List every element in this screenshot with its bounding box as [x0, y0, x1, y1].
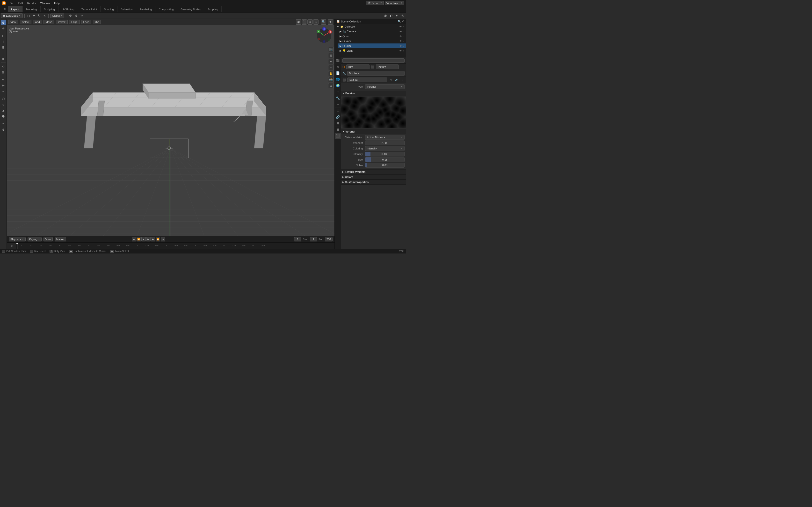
timeline-mode-btn[interactable]: ⊟ [9, 243, 14, 248]
workspace-tab-scripting[interactable]: Scripting [204, 6, 221, 12]
render-region-btn[interactable]: ⊟ [328, 83, 334, 89]
texture-type-name-field[interactable]: Texture [347, 77, 387, 82]
object-name-field[interactable]: kum [346, 64, 369, 69]
camera-select-icon[interactable]: ○ [403, 30, 404, 33]
viewport-shading-1[interactable]: ◑ [383, 13, 388, 18]
distance-metric-selector[interactable]: Actual Distance ▼ [365, 135, 405, 140]
colors-section-title[interactable]: ▶ Colors [341, 175, 406, 179]
collection-visibility-icon[interactable]: 👁 [400, 25, 402, 28]
viewport-view-btn[interactable]: View [8, 20, 18, 24]
menu-file[interactable]: File [8, 1, 16, 5]
outliner-sync-icon[interactable]: ⟲ [402, 20, 404, 23]
light-select-icon[interactable]: ○ [403, 50, 404, 52]
viewport-vertex-btn[interactable]: Vertex [56, 20, 68, 24]
props-scene-btn[interactable]: 🌐 [335, 76, 341, 82]
size-field[interactable]: 0.15 [365, 157, 405, 162]
playhead[interactable] [17, 243, 17, 249]
viewport-add-btn[interactable]: Add [33, 20, 42, 24]
props-view-layer-btn[interactable]: 📄 [335, 70, 341, 76]
props-data-btn[interactable]: ⬢ [335, 120, 341, 126]
mode-selector[interactable]: ◼ Edit Mode ▼ [1, 13, 23, 18]
props-object-btn[interactable]: ◻ [335, 89, 341, 95]
start-frame-display[interactable]: 1 [310, 237, 317, 241]
zoom-out-btn[interactable]: − [328, 65, 334, 70]
ev-select-icon[interactable]: ○ [403, 35, 404, 38]
viewport-mesh-btn[interactable]: Mesh [44, 20, 54, 24]
hand-pan-btn[interactable]: ✋ [328, 71, 334, 76]
collection-select-icon[interactable]: ○ [403, 25, 404, 28]
next-keyframe-btn[interactable]: ▶ [151, 237, 155, 241]
move-tool-btn[interactable]: ✛ [32, 13, 36, 18]
workspace-tab-geometry-nodes[interactable]: Geometry Nodes [177, 6, 204, 12]
props-modifier-btn[interactable]: 🔧 [335, 95, 341, 101]
slide-btn[interactable]: ⬢ [1, 113, 6, 119]
viewport-uv-btn[interactable]: UV [93, 20, 101, 24]
intensity-field[interactable]: 0.130 [365, 152, 405, 157]
kapi-visibility-icon[interactable]: 👁 [400, 40, 402, 43]
voronoi-section-title[interactable]: ▼ Voronoi [341, 129, 406, 134]
viewport-shading-rendered[interactable]: ◎ [313, 19, 318, 24]
zoom-in-btn[interactable]: + [328, 59, 334, 64]
inset-btn[interactable]: I [1, 39, 6, 44]
playback-dropdown[interactable]: Playback ▼ [9, 237, 26, 241]
shear-btn[interactable]: ⬡ [1, 96, 6, 101]
keying-dropdown[interactable]: Keying ▼ [28, 237, 42, 241]
menu-edit[interactable]: Edit [16, 1, 25, 5]
preview-section-title[interactable]: ▼ Preview [341, 91, 406, 96]
kapi-select-icon[interactable]: ○ [403, 40, 404, 43]
search-viewport-btn[interactable]: 🔍 [321, 19, 326, 24]
outliner-row-camera[interactable]: ▶ 📷 Camera 👁 ○ [338, 29, 406, 34]
scale-tool-btn[interactable]: ⤡ [42, 13, 47, 18]
transform-orientation[interactable]: Global ▼ [50, 13, 64, 18]
viewport-edge-btn[interactable]: Edge [69, 20, 80, 24]
menu-help[interactable]: Help [52, 1, 62, 5]
polypen-btn[interactable]: ◇ [1, 64, 6, 69]
kum-visibility-icon[interactable]: 👁 [400, 45, 402, 47]
texture-unlink-btn[interactable]: ✕ [400, 65, 405, 69]
outliner-row-light[interactable]: ▶ 💡 Light 👁 ○ [338, 48, 406, 53]
bevel-btn[interactable]: B [1, 45, 6, 50]
outliner-filter-icon[interactable]: 🔍 [398, 20, 401, 23]
texture-name-field[interactable]: Texture [376, 64, 399, 69]
viewport-face-btn[interactable]: Face [81, 20, 91, 24]
rotate-tool-btn[interactable]: ↻ [37, 13, 41, 18]
viewport-shading-4[interactable]: ◎ [400, 13, 405, 18]
camera-icon-btn[interactable]: 📸 [328, 77, 334, 82]
workspace-tab-modeling[interactable]: Modeling [23, 6, 41, 12]
snap-options-btn[interactable]: ⊕ [74, 13, 79, 18]
texture-type-unlink[interactable]: ✕ [400, 78, 405, 82]
viewport-options-btn[interactable]: ▼ [328, 19, 333, 24]
props-texture-btn[interactable]: ⬛ [335, 133, 341, 139]
workspace-tab-sculpting[interactable]: Sculpting [41, 6, 58, 12]
jump-end-btn[interactable]: ⏭ [161, 237, 165, 241]
viewport-select-btn[interactable]: Select [20, 20, 32, 24]
smooth-vertices-btn[interactable]: ⊛ [1, 127, 6, 132]
end-frame-display[interactable]: 250 [325, 237, 333, 241]
camera-visibility-icon[interactable]: 👁 [400, 30, 402, 33]
workspace-add-btn[interactable]: ◀ [1, 6, 8, 12]
workspace-tab-animation[interactable]: Animation [117, 6, 136, 12]
viewport-shading-solid[interactable]: ● [307, 19, 313, 24]
select-tool-btn[interactable]: ◻ [27, 13, 31, 18]
proportional-edit-btn[interactable]: ○ [80, 13, 84, 18]
workspace-add-tab-btn[interactable]: + [221, 6, 228, 12]
play-btn[interactable]: ▶ [146, 237, 151, 241]
ev-visibility-icon[interactable]: 👁 [400, 35, 402, 38]
add-mesh-btn[interactable]: + [1, 89, 6, 94]
workspace-tab-compositing[interactable]: Compositing [155, 6, 177, 12]
viewport-shading-3[interactable]: ● [394, 13, 399, 18]
to-sphere-btn[interactable]: ○ [1, 102, 6, 107]
current-frame-display[interactable]: 1 [294, 237, 301, 241]
measure-btn[interactable]: ⊢ [1, 83, 6, 88]
displace-name-field[interactable]: Displace [347, 71, 405, 76]
props-constraints-btn[interactable]: 🔗 [335, 114, 341, 120]
cursor-tool-btn[interactable]: ⊕ [1, 20, 6, 25]
viewport-shading-2[interactable]: ◐ [389, 13, 394, 18]
props-search-input[interactable] [343, 58, 405, 63]
outliner-row-kapi[interactable]: ▶ ⬡ kapi 👁 ○ [338, 39, 406, 44]
light-visibility-icon[interactable]: 👁 [400, 50, 402, 52]
rip-btn[interactable]: ⊻ [1, 108, 6, 113]
kum-select-icon[interactable]: ○ [403, 45, 404, 47]
view-layer-selector[interactable]: View Layer ▼ [385, 1, 404, 5]
next-frame-btn[interactable]: ⏩ [156, 237, 160, 241]
